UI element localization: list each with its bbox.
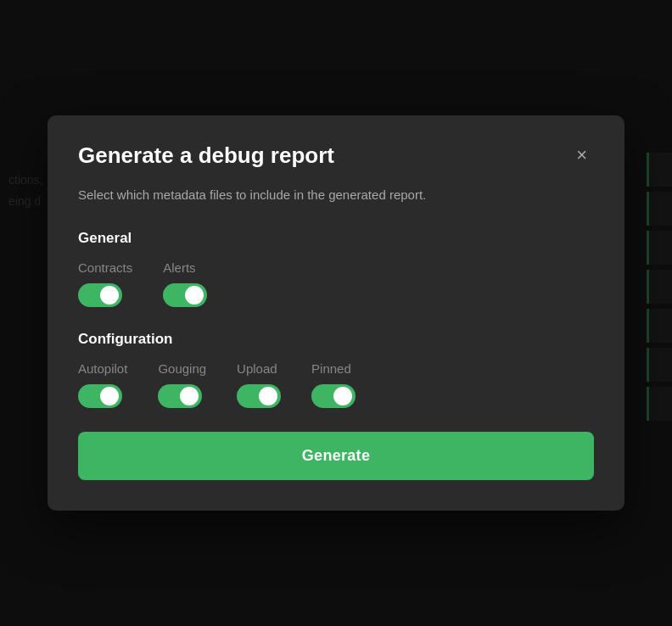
pinned-label: Pinned <box>311 361 351 376</box>
dialog: Generate a debug report × Select which m… <box>48 115 624 511</box>
upload-label: Upload <box>237 361 277 376</box>
upload-slider <box>237 384 281 408</box>
toggle-item-gouging: Gouging <box>158 361 206 408</box>
contracts-label: Contracts <box>78 260 132 275</box>
gouging-slider <box>158 384 202 408</box>
alerts-toggle[interactable] <box>163 283 207 307</box>
toggle-item-autopilot: Autopilot <box>78 361 127 408</box>
autopilot-slider <box>78 384 122 408</box>
configuration-toggle-row: Autopilot Gouging Upload <box>78 361 594 408</box>
section-general: General Contracts Alerts <box>78 230 594 307</box>
dialog-header: Generate a debug report × <box>78 143 594 169</box>
configuration-section-label: Configuration <box>78 331 594 348</box>
gouging-toggle[interactable] <box>158 384 202 408</box>
toggle-item-alerts: Alerts <box>163 260 207 307</box>
toggle-item-contracts: Contracts <box>78 260 132 307</box>
autopilot-toggle[interactable] <box>78 384 122 408</box>
toggle-item-pinned: Pinned <box>311 361 356 408</box>
gouging-label: Gouging <box>158 361 206 376</box>
alerts-slider <box>163 283 207 307</box>
autopilot-label: Autopilot <box>78 361 127 376</box>
section-configuration: Configuration Autopilot Gouging Upload <box>78 331 594 408</box>
dialog-description: Select which metadata files to include i… <box>78 186 594 205</box>
toggle-item-upload: Upload <box>237 361 281 408</box>
pinned-slider <box>311 384 356 408</box>
close-button[interactable]: × <box>569 143 594 168</box>
contracts-slider <box>78 283 122 307</box>
general-toggle-row: Contracts Alerts <box>78 260 594 307</box>
upload-toggle[interactable] <box>237 384 281 408</box>
alerts-label: Alerts <box>163 260 195 275</box>
contracts-toggle[interactable] <box>78 283 122 307</box>
general-section-label: General <box>78 230 594 247</box>
dialog-title: Generate a debug report <box>78 143 334 169</box>
generate-button[interactable]: Generate <box>78 432 594 480</box>
pinned-toggle[interactable] <box>311 384 356 408</box>
